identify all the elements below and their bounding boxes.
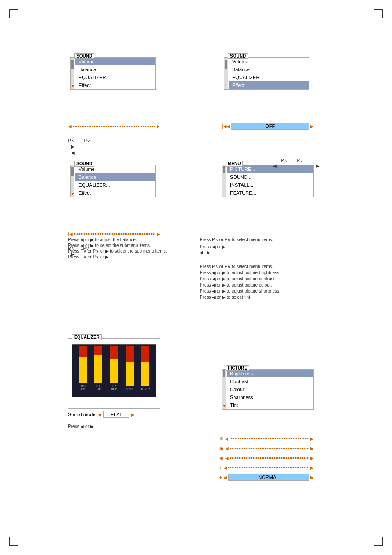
pic-menu-sharpness[interactable]: Sharpness <box>227 393 313 401</box>
sr-menu-item-balance[interactable]: Balance <box>229 65 309 73</box>
sharpness-icon: ♪ <box>219 465 222 470</box>
menu-item-effect[interactable]: Effect <box>75 81 155 89</box>
eq-label-10khz: 10 kHz <box>140 388 150 391</box>
corner-bottom-left <box>9 537 18 546</box>
nav-arrow-left-1[interactable]: ◀ <box>71 150 75 155</box>
effect-slider-top-right[interactable]: |◀◀ OFF ▶ <box>222 123 314 129</box>
colour-arrow-left[interactable]: ◀ <box>225 456 229 461</box>
eq-label-100hz: 100 Hz <box>78 385 88 391</box>
sound-mode-label: Sound mode <box>68 412 95 417</box>
colour-track <box>230 457 309 459</box>
effect-prev-icon[interactable]: |◀◀ <box>222 124 230 129</box>
menu-item-equalizer[interactable]: EQUALIZER... <box>75 73 155 81</box>
tint-arrow-left[interactable]: ◀ <box>223 475 227 480</box>
ml-menu-item-effect[interactable]: Effect <box>75 189 155 197</box>
tint-arrow-right[interactable]: ▶ <box>310 475 314 480</box>
sharpness-track <box>228 467 309 468</box>
pic-menu-colour[interactable]: Colour <box>227 385 313 393</box>
balance-arrow-left-icon: |◀ <box>68 232 73 236</box>
nav-mr-arrow-right[interactable]: ▶ <box>316 163 320 168</box>
tint-row[interactable]: ♦ ◀ NORMAL ▶ <box>219 474 314 481</box>
colour-icon: ◉ <box>219 455 224 461</box>
ml-menu-item-balance[interactable]: Balance <box>75 173 155 181</box>
balance-arrow-right[interactable]: ▶ <box>157 232 160 236</box>
eq-label-300hz: 300 Hz <box>94 385 103 391</box>
sound-mode-arrow-left[interactable]: ◀ <box>98 412 101 417</box>
instruction-submenu: Press ◀ or ▶ to select the submenu items… <box>68 243 191 248</box>
instruction-right-arrows: Press ◀ or ▶ <box>200 244 323 249</box>
brightness-arrow-right[interactable]: ▶ <box>310 436 314 441</box>
effect-next-icon[interactable]: ▶ <box>310 124 314 129</box>
instruction-pv2: Press P∧ or P∨ or ▶ <box>68 254 191 259</box>
ml-menu-item-equalizer[interactable]: EQUALIZER... <box>75 181 155 189</box>
center-divider <box>196 13 196 542</box>
nav-p-up[interactable]: P∧ <box>68 138 74 143</box>
volume-slider-top-left[interactable]: ◀ ▶ <box>68 123 160 129</box>
sound-menu-top-left-title: SOUND <box>74 53 94 59</box>
pic-menu-tint[interactable]: Tint <box>227 401 313 409</box>
sound-mode-arrow-right[interactable]: ▶ <box>131 412 135 417</box>
equalizer-box: EQUALIZER 100 Hz 300 Hz 1.5 kHz <box>68 338 160 409</box>
nav-mr-p-up[interactable]: P∧ <box>281 158 287 163</box>
pic-menu-contrast[interactable]: Contrast <box>227 377 313 385</box>
brightness-arrow-left[interactable]: ◀ <box>225 436 228 441</box>
colour-slider-row[interactable]: ◉ ◀ ▶ <box>219 454 314 461</box>
main-menu-mid-right: MENU PICTURE... SOUND... INSTALL... FEAT… <box>222 165 314 197</box>
tint-value: NORMAL <box>228 474 309 481</box>
sr-menu-item-equalizer[interactable]: EQUALIZER... <box>229 73 309 81</box>
instruction-balance: Press ◀ or ▶ to adjust the balance. <box>68 237 191 242</box>
instructions-right-col: Press P∧ or P∨ to select menu items. Pre… <box>200 264 327 301</box>
h-divider-mid <box>196 145 379 145</box>
contrast-arrow-left[interactable]: ◀ <box>225 446 229 451</box>
balance-track <box>74 233 155 235</box>
menu-item-balance[interactable]: Balance <box>75 65 155 73</box>
sr-menu-item-effect[interactable]: Effect <box>229 81 309 89</box>
corner-top-left <box>9 9 18 18</box>
sharpness-arrow-right[interactable]: ▶ <box>310 465 314 470</box>
volume-track <box>73 126 155 127</box>
colour-arrow-right[interactable]: ▶ <box>310 456 314 461</box>
sharpness-slider-row[interactable]: ♪ ◀ ▶ <box>219 464 314 471</box>
main-menu-install[interactable]: INSTALL... <box>227 181 313 189</box>
nav-arrow-right-1[interactable]: ▶ <box>71 144 75 149</box>
nav-p-down[interactable]: P∨ <box>84 138 90 143</box>
eq-label-5khz: 5 kHz <box>126 388 134 391</box>
contrast-icon: ◉ <box>219 446 224 451</box>
main-menu-sound[interactable]: SOUND... <box>227 173 313 181</box>
nav-mr-p-down[interactable]: P∨ <box>297 158 303 163</box>
sound-menu-top-right: SOUND Volume Balance EQUALIZER... Effect <box>224 57 309 90</box>
contrast-track <box>230 448 309 449</box>
sound-menu-mid-left-title: SOUND <box>74 161 94 167</box>
contrast-slider-row[interactable]: ◉ ◀ ▶ <box>219 445 314 452</box>
effect-value: OFF <box>231 123 309 130</box>
instruction-pv: Press P∧ or P∨ or ▶ to select the sub me… <box>68 249 191 254</box>
sound-mode-row: Sound mode ◀ FLAT ▶ <box>68 411 160 418</box>
volume-arrow-right[interactable]: ▶ <box>157 124 160 129</box>
contrast-arrow-right[interactable]: ▶ <box>310 446 314 451</box>
tint-icon: ♦ <box>219 475 222 480</box>
sound-menu-top-left: SOUND Volume Balance EQUALIZER... Effect <box>70 57 156 90</box>
corner-bottom-right <box>374 537 383 546</box>
sound-menu-mid-left: SOUND Volume Balance EQUALIZER... Effect <box>70 165 156 197</box>
brightness-slider-row[interactable]: ✳ ◀ ▶ <box>219 435 314 442</box>
nav-mid-right: P∧ P∨ <box>281 158 303 163</box>
brightness-icon: ✳ <box>219 436 223 442</box>
sharpness-arrow-left[interactable]: ◀ <box>223 465 227 470</box>
balance-slider[interactable]: |◀ ▶ <box>68 231 160 237</box>
main-menu-feature[interactable]: FEATURE... <box>227 189 313 197</box>
eq-label-1k5hz: 1.5 kHz <box>109 385 119 391</box>
corner-top-right <box>374 9 383 18</box>
picture-menu-title: PICTURE <box>226 365 249 371</box>
picture-menu: PICTURE Brightness Contrast Colour Sharp… <box>222 369 314 410</box>
sound-menu-top-right-title: SOUND <box>228 53 248 59</box>
brightness-track <box>230 438 309 439</box>
equalizer-title: EQUALIZER <box>72 334 102 340</box>
main-menu-title: MENU <box>226 161 243 167</box>
nav-arrows-topleft: P∧ P∨ <box>68 138 90 143</box>
volume-arrow-left[interactable]: ◀ <box>68 124 72 129</box>
nav-mr-arrow-left[interactable]: ◀ <box>273 163 277 168</box>
instruction-right-menu: Press P∧ or P∨ to select menu items. <box>200 237 323 242</box>
instruction-eq-arrows: Press ◀ or ▶ <box>68 424 94 429</box>
nav-right-mid-arrows: ◀ ▶ <box>200 250 323 255</box>
sound-mode-value: FLAT <box>103 411 129 418</box>
